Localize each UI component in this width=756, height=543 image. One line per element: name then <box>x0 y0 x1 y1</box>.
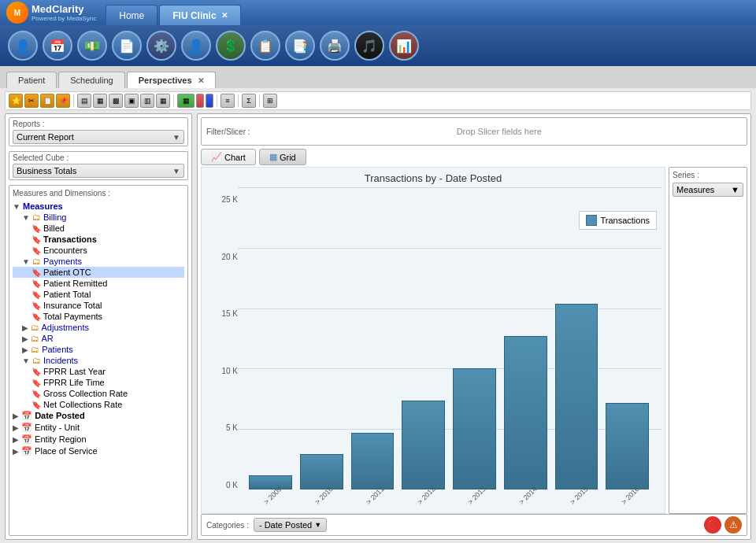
tree-item-billing[interactable]: ▼ 🗂 Billing <box>13 212 184 223</box>
bar-2011 <box>351 433 395 489</box>
tab-scheduling[interactable]: Scheduling <box>58 72 124 88</box>
mini-btn-8[interactable]: ▣ <box>124 94 139 108</box>
chart-title: Transactions by - Date Posted <box>365 172 502 184</box>
top-tab-home[interactable]: Home <box>106 5 158 25</box>
toolbar-chart-icon[interactable]: 📊 <box>389 31 419 61</box>
mini-btn-3[interactable]: 📋 <box>40 94 54 108</box>
tree-item-patients[interactable]: ▶ 🗂 Patients <box>13 344 184 355</box>
category-action-icons: 🚫 ⚠ <box>704 516 742 534</box>
mini-btn-12[interactable] <box>196 94 204 108</box>
top-tab-fiu-clinic[interactable]: FIU Clinic ✕ <box>159 5 240 25</box>
mini-btn-13[interactable] <box>206 94 213 108</box>
tree-item-patient-remitted[interactable]: 🔖 Patient Remitted <box>13 278 184 289</box>
toolbar-print-icon[interactable]: 🖨️ <box>320 31 350 61</box>
y-axis: 25 K 20 K 15 K 10 K 5 K 0 K <box>202 195 241 489</box>
tab-chart[interactable]: 📈 Chart <box>201 149 256 165</box>
bar-2013 <box>453 368 496 489</box>
mini-btn-16[interactable]: ⊞ <box>263 94 277 108</box>
series-select[interactable]: Measures ▼ <box>673 183 743 197</box>
bar-group-2013 <box>453 368 496 489</box>
tree-item-date-posted[interactable]: ▶ 📅 Date Posted <box>13 410 184 422</box>
tree-item-incidents[interactable]: ▼ 🗂 Incidents <box>13 355 184 366</box>
x-label-2014: > 2014 <box>504 489 547 513</box>
tree-item-measures[interactable]: ▼ Measures <box>13 201 184 212</box>
close-tab-icon[interactable]: ✕ <box>221 11 228 20</box>
toolbar-doc-icon[interactable]: 📄 <box>112 31 142 61</box>
mini-btn-6[interactable]: ▦ <box>93 94 107 108</box>
mini-btn-7[interactable]: ▩ <box>109 94 123 108</box>
tree-item-billed[interactable]: 🔖 Billed <box>13 223 184 234</box>
logo-text: MedClarity Powered by MedaSync <box>32 3 96 22</box>
tree-item-entity-unit[interactable]: ▶ 📅 Entity - Unit <box>13 422 184 434</box>
tree-item-total-payments[interactable]: 🔖 Total Payments <box>13 311 184 322</box>
mini-btn-2[interactable]: ✂ <box>24 94 39 108</box>
toolbar-settings-icon[interactable]: ⚙️ <box>146 31 176 61</box>
categories-label: Categories : <box>206 521 249 530</box>
mini-btn-1[interactable]: ⭐ <box>9 94 23 108</box>
series-arrow-icon: ▼ <box>731 185 739 194</box>
filter-label: Filter/Slicer : <box>206 127 250 136</box>
tree-item-patient-total[interactable]: 🔖 Patient Total <box>13 289 184 300</box>
mini-btn-4[interactable]: 📌 <box>56 94 70 108</box>
mini-btn-9[interactable]: ▥ <box>140 94 154 108</box>
tree-item-entity-region[interactable]: ▶ 📅 Entity Region <box>13 434 184 445</box>
tab-perspectives[interactable]: Perspectives ✕ <box>127 72 216 88</box>
right-panel: Filter/Slicer : Drop Slicer fields here … <box>197 113 751 540</box>
bar-group-2011 <box>351 433 395 489</box>
toolbar-person-icon[interactable]: 👤 <box>181 31 211 61</box>
bar-2014 <box>504 336 547 489</box>
toolbar-money-icon[interactable]: 💵 <box>77 31 107 61</box>
main-content: Reports : Current Report ▼ Selected Cube… <box>0 113 756 543</box>
tree-item-net-collections[interactable]: 🔖 Net Collections Rate <box>13 399 184 410</box>
category-warning-icon[interactable]: ⚠ <box>724 516 742 534</box>
toolbar-clipboard-icon[interactable]: 📋 <box>250 31 280 61</box>
toolbar-media-icon[interactable]: 🎵 <box>354 31 384 61</box>
reports-arrow-icon: ▼ <box>172 133 180 142</box>
tab-grid[interactable]: ▦ Grid <box>259 149 306 165</box>
close-perspectives-tab-icon[interactable]: ✕ <box>198 76 204 85</box>
bar-2016 <box>606 403 649 489</box>
mini-btn-10[interactable]: ▦ <box>156 94 170 108</box>
cube-label: Selected Cube : <box>13 153 184 162</box>
tree-item-gross-collection[interactable]: 🔖 Gross Collection Rate <box>13 388 184 399</box>
chart-container: Transactions by - Date Posted 25 K 20 K … <box>201 167 665 514</box>
bar-group-2010 <box>300 454 343 489</box>
tab-patient[interactable]: Patient <box>6 72 57 88</box>
tree-item-payments[interactable]: ▼ 🗂 Payments <box>13 256 184 267</box>
chart-inner: 25 K 20 K 15 K 10 K 5 K 0 K <box>202 187 665 513</box>
cube-arrow-icon: ▼ <box>172 167 180 175</box>
series-panel: Series : Measures ▼ <box>669 167 747 514</box>
x-axis: > 2009 > 2010 > 2011 > 2012 <box>241 489 657 513</box>
toolbar-user-icon[interactable]: 👤 <box>8 31 38 61</box>
cube-select[interactable]: Business Totals ▼ <box>13 164 184 178</box>
tree-item-place-of-service[interactable]: ▶ 📅 Place of Service <box>13 445 184 457</box>
toolbar-calendar-icon[interactable]: 📅 <box>43 31 72 61</box>
tree-item-patient-otc[interactable]: 🔖 Patient OTC <box>13 267 184 278</box>
x-label-2011: > 2011 <box>351 489 395 513</box>
reports-select[interactable]: Current Report ▼ <box>13 130 184 144</box>
reports-section: Reports : Current Report ▼ <box>9 117 188 146</box>
mini-toolbar: ⭐ ✂ 📋 📌 ▤ ▦ ▩ ▣ ▥ ▦ ▦ ≡ Σ ⊞ <box>5 91 751 110</box>
bars-area <box>241 187 657 489</box>
mini-btn-14[interactable]: ≡ <box>220 94 235 108</box>
bar-group-2009 <box>249 475 292 489</box>
bar-2010 <box>300 454 343 489</box>
bar-2012 <box>402 401 445 489</box>
tree-item-encounters[interactable]: 🔖 Encounters <box>13 245 184 256</box>
tree-item-insurance-total[interactable]: 🔖 Insurance Total <box>13 300 184 311</box>
tree-item-fprr-last[interactable]: 🔖 FPRR Last Year <box>13 366 184 377</box>
mini-btn-15[interactable]: Σ <box>242 94 256 108</box>
toolbar-report-icon[interactable]: 📑 <box>285 31 315 61</box>
tree-item-adjustments[interactable]: ▶ 🗂 Adjustments <box>13 322 184 333</box>
tree-item-transactions[interactable]: 🔖 Transactions <box>13 234 184 245</box>
date-posted-chip[interactable]: - Date Posted ▼ <box>254 518 327 532</box>
mini-btn-11[interactable]: ▦ <box>177 94 195 108</box>
category-remove-icon[interactable]: 🚫 <box>704 516 721 534</box>
mini-sep-2 <box>173 94 174 107</box>
mini-btn-5[interactable]: ▤ <box>77 94 91 108</box>
tree-item-fprr-life[interactable]: 🔖 FPRR Life Time <box>13 377 184 388</box>
tree-item-ar[interactable]: ▶ 🗂 AR <box>13 333 184 344</box>
toolbar-dollar-icon[interactable]: 💲 <box>216 31 246 61</box>
bar-group-2014 <box>504 336 547 489</box>
filter-slicer: Filter/Slicer : Drop Slicer fields here <box>201 117 747 146</box>
